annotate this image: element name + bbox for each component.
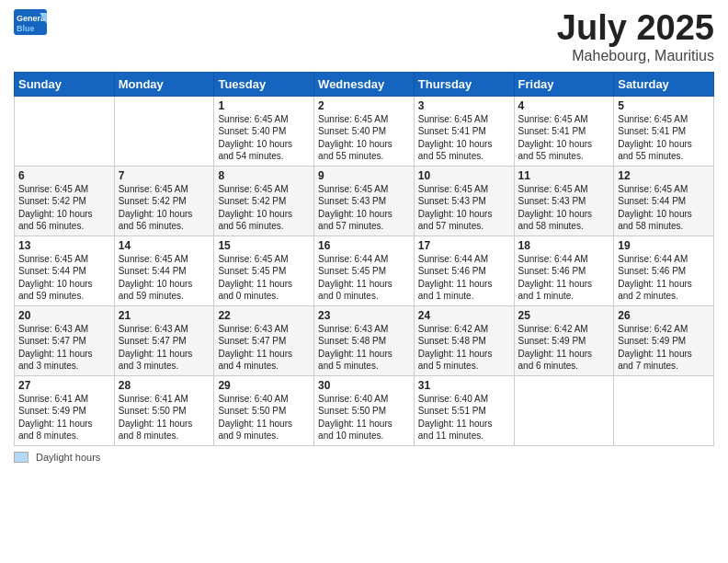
calendar-weekday-header: Monday	[114, 72, 214, 96]
day-number: 24	[418, 309, 510, 322]
day-number: 13	[18, 239, 110, 252]
calendar-day-cell: 10Sunrise: 6:45 AM Sunset: 5:43 PM Dayli…	[414, 166, 514, 236]
title-block: July 2025 Mahebourg, Mauritius	[557, 9, 714, 64]
day-number: 7	[119, 169, 210, 182]
day-info: Sunrise: 6:44 AM Sunset: 5:46 PM Dayligh…	[418, 253, 510, 303]
calendar-weekday-header: Tuesday	[214, 72, 314, 96]
day-number: 6	[18, 169, 110, 182]
calendar-day-cell: 13Sunrise: 6:45 AM Sunset: 5:44 PM Dayli…	[15, 236, 115, 305]
day-info: Sunrise: 6:45 AM Sunset: 5:43 PM Dayligh…	[318, 183, 410, 233]
day-number: 18	[518, 239, 610, 252]
calendar-day-cell: 11Sunrise: 6:45 AM Sunset: 5:43 PM Dayli…	[514, 166, 614, 236]
day-info: Sunrise: 6:45 AM Sunset: 5:40 PM Dayligh…	[318, 113, 410, 163]
day-info: Sunrise: 6:45 AM Sunset: 5:41 PM Dayligh…	[618, 113, 710, 163]
calendar-day-cell: 4Sunrise: 6:45 AM Sunset: 5:41 PM Daylig…	[514, 96, 614, 166]
day-number: 19	[618, 239, 710, 252]
calendar-week-row: 27Sunrise: 6:41 AM Sunset: 5:49 PM Dayli…	[15, 375, 714, 445]
day-number: 17	[418, 239, 510, 252]
calendar-week-row: 1Sunrise: 6:45 AM Sunset: 5:40 PM Daylig…	[15, 96, 714, 166]
day-info: Sunrise: 6:45 AM Sunset: 5:42 PM Dayligh…	[18, 183, 110, 233]
day-info: Sunrise: 6:45 AM Sunset: 5:44 PM Dayligh…	[119, 253, 210, 303]
calendar-day-cell: 27Sunrise: 6:41 AM Sunset: 5:49 PM Dayli…	[15, 375, 115, 445]
day-number: 14	[119, 239, 210, 252]
day-info: Sunrise: 6:42 AM Sunset: 5:49 PM Dayligh…	[518, 323, 610, 373]
calendar-weekday-header: Friday	[514, 72, 614, 96]
calendar-weekday-header: Wednesday	[314, 72, 415, 96]
day-info: Sunrise: 6:44 AM Sunset: 5:46 PM Dayligh…	[618, 253, 710, 303]
calendar-day-cell: 20Sunrise: 6:43 AM Sunset: 5:47 PM Dayli…	[15, 305, 115, 375]
day-number: 9	[318, 169, 410, 182]
day-info: Sunrise: 6:43 AM Sunset: 5:47 PM Dayligh…	[218, 323, 310, 373]
location-title: Mahebourg, Mauritius	[557, 48, 714, 64]
calendar-day-cell: 3Sunrise: 6:45 AM Sunset: 5:41 PM Daylig…	[414, 96, 514, 166]
day-number: 20	[18, 309, 110, 322]
day-info: Sunrise: 6:45 AM Sunset: 5:44 PM Dayligh…	[18, 253, 110, 303]
calendar-day-cell: 26Sunrise: 6:42 AM Sunset: 5:49 PM Dayli…	[614, 305, 714, 375]
calendar-day-cell: 12Sunrise: 6:45 AM Sunset: 5:44 PM Dayli…	[614, 166, 714, 236]
calendar-day-cell: 30Sunrise: 6:40 AM Sunset: 5:50 PM Dayli…	[314, 375, 415, 445]
month-title: July 2025	[557, 9, 714, 48]
calendar-day-cell: 2Sunrise: 6:45 AM Sunset: 5:40 PM Daylig…	[314, 96, 415, 166]
day-info: Sunrise: 6:45 AM Sunset: 5:43 PM Dayligh…	[418, 183, 510, 233]
day-info: Sunrise: 6:41 AM Sunset: 5:49 PM Dayligh…	[18, 393, 110, 442]
day-info: Sunrise: 6:40 AM Sunset: 5:50 PM Dayligh…	[318, 393, 410, 442]
day-info: Sunrise: 6:45 AM Sunset: 5:41 PM Dayligh…	[518, 113, 610, 163]
day-number: 12	[618, 169, 710, 182]
calendar-weekday-header: Sunday	[15, 72, 115, 96]
calendar-header-row: SundayMondayTuesdayWednesdayThursdayFrid…	[15, 72, 714, 96]
day-number: 27	[18, 379, 110, 392]
page: General Blue July 2025 Mahebourg, Maurit…	[0, 0, 728, 563]
day-number: 15	[218, 239, 310, 252]
calendar-day-cell	[514, 375, 614, 445]
calendar-day-cell: 23Sunrise: 6:43 AM Sunset: 5:48 PM Dayli…	[314, 305, 415, 375]
day-info: Sunrise: 6:45 AM Sunset: 5:41 PM Dayligh…	[418, 113, 510, 163]
calendar-day-cell: 5Sunrise: 6:45 AM Sunset: 5:41 PM Daylig…	[614, 96, 714, 166]
calendar-day-cell: 6Sunrise: 6:45 AM Sunset: 5:42 PM Daylig…	[15, 166, 115, 236]
day-info: Sunrise: 6:43 AM Sunset: 5:48 PM Dayligh…	[318, 323, 410, 373]
day-info: Sunrise: 6:45 AM Sunset: 5:40 PM Dayligh…	[218, 113, 310, 163]
day-info: Sunrise: 6:45 AM Sunset: 5:43 PM Dayligh…	[518, 183, 610, 233]
day-number: 2	[318, 99, 410, 112]
day-info: Sunrise: 6:43 AM Sunset: 5:47 PM Dayligh…	[119, 323, 210, 373]
calendar-day-cell: 14Sunrise: 6:45 AM Sunset: 5:44 PM Dayli…	[114, 236, 214, 305]
calendar-day-cell: 15Sunrise: 6:45 AM Sunset: 5:45 PM Dayli…	[214, 236, 314, 305]
calendar-day-cell: 21Sunrise: 6:43 AM Sunset: 5:47 PM Dayli…	[114, 305, 214, 375]
day-info: Sunrise: 6:42 AM Sunset: 5:48 PM Dayligh…	[418, 323, 510, 373]
calendar-day-cell	[614, 375, 714, 445]
day-number: 4	[518, 99, 610, 112]
calendar-day-cell: 7Sunrise: 6:45 AM Sunset: 5:42 PM Daylig…	[114, 166, 214, 236]
calendar-day-cell: 1Sunrise: 6:45 AM Sunset: 5:40 PM Daylig…	[214, 96, 314, 166]
footer: Daylight hours	[14, 452, 714, 463]
day-number: 28	[119, 379, 210, 392]
day-number: 22	[218, 309, 310, 322]
calendar-day-cell: 25Sunrise: 6:42 AM Sunset: 5:49 PM Dayli…	[514, 305, 614, 375]
day-number: 5	[618, 99, 710, 112]
calendar-day-cell: 29Sunrise: 6:40 AM Sunset: 5:50 PM Dayli…	[214, 375, 314, 445]
day-info: Sunrise: 6:45 AM Sunset: 5:42 PM Dayligh…	[119, 183, 210, 233]
calendar-day-cell: 31Sunrise: 6:40 AM Sunset: 5:51 PM Dayli…	[414, 375, 514, 445]
day-info: Sunrise: 6:42 AM Sunset: 5:49 PM Dayligh…	[618, 323, 710, 373]
day-number: 16	[318, 239, 410, 252]
day-number: 30	[318, 379, 410, 392]
calendar-day-cell	[15, 96, 115, 166]
legend-color-box	[14, 452, 28, 463]
day-number: 10	[418, 169, 510, 182]
calendar-weekday-header: Thursday	[414, 72, 514, 96]
calendar-day-cell: 22Sunrise: 6:43 AM Sunset: 5:47 PM Dayli…	[214, 305, 314, 375]
day-info: Sunrise: 6:45 AM Sunset: 5:42 PM Dayligh…	[218, 183, 310, 233]
day-number: 1	[218, 99, 310, 112]
svg-text:Blue: Blue	[17, 24, 35, 33]
calendar-week-row: 13Sunrise: 6:45 AM Sunset: 5:44 PM Dayli…	[15, 236, 714, 305]
day-info: Sunrise: 6:44 AM Sunset: 5:45 PM Dayligh…	[318, 253, 410, 303]
day-info: Sunrise: 6:40 AM Sunset: 5:50 PM Dayligh…	[218, 393, 310, 442]
legend-label: Daylight hours	[36, 452, 100, 463]
calendar-week-row: 6Sunrise: 6:45 AM Sunset: 5:42 PM Daylig…	[15, 166, 714, 236]
calendar-day-cell: 17Sunrise: 6:44 AM Sunset: 5:46 PM Dayli…	[414, 236, 514, 305]
logo-icon: General Blue	[14, 9, 47, 42]
calendar-day-cell: 9Sunrise: 6:45 AM Sunset: 5:43 PM Daylig…	[314, 166, 415, 236]
day-number: 21	[119, 309, 210, 322]
day-info: Sunrise: 6:41 AM Sunset: 5:50 PM Dayligh…	[119, 393, 210, 442]
day-number: 3	[418, 99, 510, 112]
day-info: Sunrise: 6:43 AM Sunset: 5:47 PM Dayligh…	[18, 323, 110, 373]
calendar-weekday-header: Saturday	[614, 72, 714, 96]
